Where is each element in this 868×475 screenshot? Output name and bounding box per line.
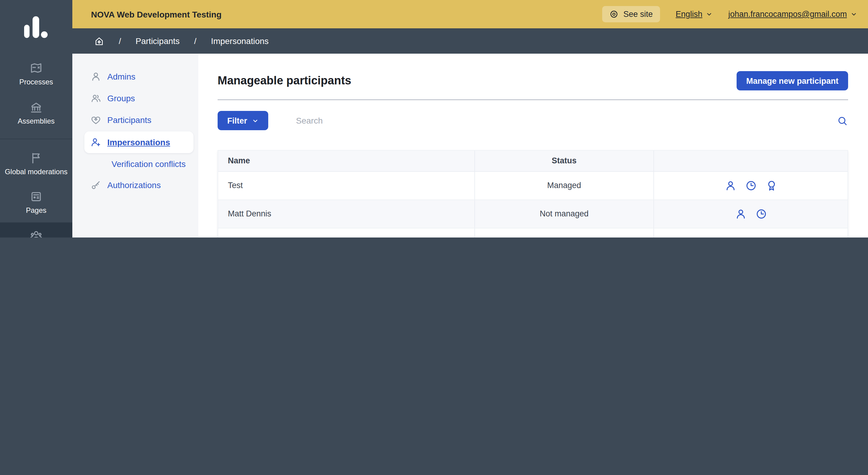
group-icon [90, 93, 101, 104]
language-label: English [676, 10, 703, 19]
chevron-down-icon [252, 117, 258, 124]
subnav-item-participants[interactable]: Participants [72, 109, 198, 131]
subnav-item-label: Authorizations [107, 180, 161, 190]
clock-action-button[interactable] [755, 208, 767, 220]
participant-status: Not managed [474, 228, 654, 238]
participant-actions-cell [654, 228, 847, 238]
column-header-status: Status [474, 151, 654, 171]
sidebar-divider [0, 138, 72, 139]
manage-new-participant-button[interactable]: Manage new participant [737, 71, 848, 90]
clock-icon [755, 208, 767, 220]
eye-icon [610, 10, 618, 19]
subnav-item-authorizations[interactable]: Authorizations [72, 174, 198, 196]
clock-action-button[interactable] [755, 236, 767, 238]
subnav-item-label: Verification conflicts [112, 159, 186, 169]
secondary-nav: AdminsGroupsParticipantsImpersonationsVe… [72, 54, 198, 238]
organization-title: NOVA Web Development Testing [91, 9, 221, 19]
clock-icon [755, 236, 767, 238]
table-row: TonyNot managed [218, 228, 847, 238]
sidebar-item-label: Global moderations [5, 168, 67, 176]
filter-button[interactable]: Filter [218, 111, 268, 130]
decidim-logo-icon [24, 16, 48, 38]
page-title: Manageable participants [218, 74, 351, 87]
column-header-actions [654, 151, 847, 171]
sidebar-item-pages[interactable]: Pages [0, 184, 72, 223]
table-body: TestManagedMatt DennisNot managedTonyNot… [218, 171, 847, 238]
user-icon [735, 208, 747, 220]
team-icon [30, 229, 43, 238]
chevron-down-icon [850, 11, 857, 18]
award-icon [765, 179, 777, 191]
topbar: NOVA Web Development Testing See site En… [72, 0, 868, 28]
clock-action-button[interactable] [745, 179, 757, 191]
sidebar-nav: ProcessesAssembliesGlobal moderationsPag… [0, 54, 72, 238]
participant-name: Test [218, 171, 474, 199]
subnav-item-admins[interactable]: Admins [72, 66, 198, 87]
user-email: johan.francocampos@gmail.com [728, 10, 847, 19]
subnav-item-verification-conflicts[interactable]: Verification conflicts [72, 154, 198, 174]
participant-name: Matt Dennis [218, 199, 474, 228]
user-icon [90, 71, 101, 82]
user-icon [735, 236, 747, 238]
user-action-button[interactable] [735, 236, 747, 238]
content-area: AdminsGroupsParticipantsImpersonationsVe… [72, 54, 868, 238]
participant-actions-cell [654, 199, 847, 228]
breadcrumb-impersonations[interactable]: Impersonations [211, 36, 269, 46]
language-selector[interactable]: English [676, 10, 713, 19]
right-column: NOVA Web Development Testing See site En… [72, 0, 868, 238]
key-icon [90, 180, 101, 190]
breadcrumb-participants[interactable]: Participants [135, 36, 180, 46]
user-account-menu[interactable]: johan.francocampos@gmail.com [728, 10, 857, 19]
chevron-down-icon [706, 11, 712, 18]
user-action-button[interactable] [724, 179, 736, 191]
clock-icon [745, 179, 757, 191]
filter-label: Filter [227, 116, 247, 125]
breadcrumb: / Participants / Impersonations [72, 28, 868, 54]
see-site-label: See site [623, 10, 653, 19]
user-icon [724, 179, 736, 191]
sidebar-item-label: Pages [26, 207, 46, 216]
toolbar: Filter [218, 111, 848, 130]
participants-table: NameStatus TestManagedMatt DennisNot man… [218, 150, 848, 238]
participant-status: Managed [474, 171, 654, 199]
topbar-actions: See site English johan.francocampos@gmai… [602, 6, 857, 22]
see-site-button[interactable]: See site [602, 6, 660, 22]
subnav-item-groups[interactable]: Groups [72, 87, 198, 109]
participant-actions-cell [654, 171, 847, 199]
sidebar-item-participants[interactable]: Participants [0, 222, 72, 238]
user-action-button[interactable] [735, 208, 747, 220]
main-sidebar: ProcessesAssembliesGlobal moderationsPag… [0, 0, 72, 238]
decidim-logo[interactable] [0, 0, 72, 54]
subnav-item-label: Groups [107, 93, 135, 103]
breadcrumb-separator: / [119, 36, 121, 46]
panel-header: Manageable participants Manage new parti… [218, 54, 848, 90]
sidebar-item-label: Assemblies [18, 118, 55, 126]
table-row: Matt DennisNot managed [218, 199, 847, 228]
award-action-button[interactable] [765, 179, 777, 191]
table-header: NameStatus [218, 151, 847, 171]
main-panel: Manageable participants Manage new parti… [198, 54, 868, 238]
subnav-item-impersonations[interactable]: Impersonations [84, 131, 193, 153]
subnav-item-label: Participants [107, 115, 151, 125]
map-icon [30, 62, 43, 75]
sidebar-item-global-moderations[interactable]: Global moderations [0, 145, 72, 184]
user-add-icon [90, 137, 101, 148]
participant-name: Tony [218, 228, 474, 238]
search-input[interactable] [295, 115, 831, 126]
search-icon[interactable] [837, 115, 848, 126]
sidebar-item-label: Processes [19, 78, 53, 87]
article-icon [30, 190, 43, 203]
heart-icon [90, 115, 101, 125]
column-header-name: Name [218, 151, 474, 171]
bank-icon [30, 101, 43, 114]
flag-icon [30, 151, 43, 164]
home-icon[interactable] [94, 36, 104, 46]
admin-page: ProcessesAssembliesGlobal moderationsPag… [0, 0, 868, 238]
table-row: TestManaged [218, 171, 847, 199]
subnav-item-label: Impersonations [107, 137, 170, 147]
subnav-item-label: Admins [107, 72, 135, 82]
sidebar-item-processes[interactable]: Processes [0, 55, 72, 94]
sidebar-item-assemblies[interactable]: Assemblies [0, 94, 72, 133]
participant-status: Not managed [474, 199, 654, 228]
breadcrumb-separator: / [194, 36, 196, 46]
